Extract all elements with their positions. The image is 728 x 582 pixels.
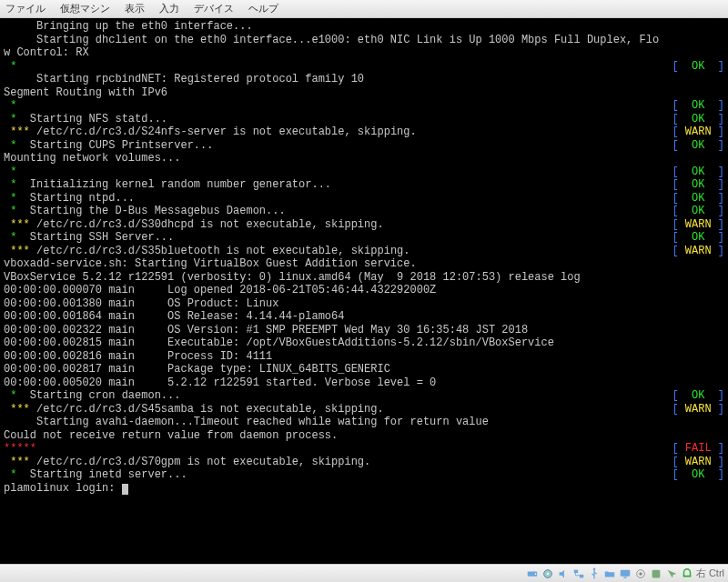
- status-fail: [ FAIL ]: [672, 442, 724, 456]
- console-line: 00:00:00.002815 main Executable: /opt/VB…: [4, 336, 724, 350]
- hdd-icon[interactable]: [526, 567, 539, 580]
- usb-icon[interactable]: [588, 567, 601, 580]
- status-warn: [ WARN ]: [672, 456, 724, 469]
- mouse-integration-icon[interactable]: [665, 567, 678, 580]
- svg-point-6: [593, 567, 595, 569]
- svg-point-1: [534, 573, 536, 575]
- console-line: Starting dhclient on the eth0 interface.…: [4, 34, 724, 47]
- audio-icon[interactable]: [557, 567, 570, 580]
- network-icon[interactable]: [572, 567, 585, 580]
- status-ok: [ OK ]: [672, 60, 724, 74]
- svg-rect-7: [621, 569, 631, 576]
- console-line: Could not receive return value from daem…: [4, 429, 724, 443]
- menu-file[interactable]: ファイル: [5, 2, 46, 15]
- status-ok: [ OK ]: [672, 139, 724, 153]
- menu-devices[interactable]: デバイス: [194, 2, 234, 15]
- status-ok: [ OK ]: [672, 231, 724, 245]
- console-line: *** /etc/rc.d/rc3.d/S35bluetooth is not …: [4, 245, 724, 258]
- console-line: *****[ FAIL ]: [4, 442, 724, 456]
- svg-point-10: [639, 572, 642, 576]
- svg-point-3: [547, 572, 549, 574]
- console-line: 00:00:00.002817 main Package type: LINUX…: [4, 363, 724, 376]
- recording-icon[interactable]: [634, 567, 647, 580]
- status-ok: [ OK ]: [672, 468, 724, 482]
- status-warn: [ WARN ]: [672, 218, 724, 232]
- menu-machine[interactable]: 仮想マシン: [60, 2, 110, 15]
- console-line: * [ OK ]: [4, 166, 724, 179]
- hostkey-led-icon: [681, 567, 693, 580]
- console-line: *** /etc/rc.d/rc3.d/S70gpm is not execut…: [4, 456, 724, 469]
- console-line: *** /etc/rc.d/rc3.d/S45samba is not exec…: [4, 403, 724, 416]
- console-line: * Starting the D-Bus Messagebus Daemon..…: [4, 205, 724, 218]
- console-line: Bringing up the eth0 interface...: [4, 20, 724, 34]
- optical-icon[interactable]: [541, 567, 554, 580]
- status-ok: [ OK ]: [672, 178, 724, 192]
- console-line: * [ OK ]: [4, 60, 724, 74]
- guest-console[interactable]: Bringing up the eth0 interface... Starti…: [0, 18, 728, 495]
- text-cursor: [122, 484, 128, 495]
- console-line: * Starting inetd server...[ OK ]: [4, 468, 724, 482]
- status-warn: [ WARN ]: [672, 403, 724, 416]
- vm-menubar: ファイル 仮想マシン 表示 入力 デバイス ヘルプ: [0, 0, 728, 18]
- menu-input[interactable]: 入力: [159, 2, 179, 15]
- status-ok: [ OK ]: [672, 205, 724, 218]
- console-line: Segment Routing with IPv6: [4, 86, 724, 100]
- shared-folders-icon[interactable]: [603, 567, 616, 580]
- console-line: 00:00:00.000070 main Log opened 2018-06-…: [4, 284, 724, 297]
- hostkey-label: 右 Ctrl: [696, 567, 724, 580]
- console-line: 00:00:00.001864 main OS Release: 4.14.44…: [4, 310, 724, 324]
- console-line: * [ OK ]: [4, 99, 724, 113]
- console-line: plamolinux login:: [4, 482, 724, 496]
- console-line: * Starting NFS statd...[ OK ]: [4, 113, 724, 126]
- console-line: * Initializing kernel random number gene…: [4, 178, 724, 192]
- console-line: *** /etc/rc.d/rc3.d/S24nfs-server is not…: [4, 125, 724, 139]
- console-line: *** /etc/rc.d/rc3.d/S30dhcpd is not exec…: [4, 218, 724, 232]
- svg-rect-4: [574, 569, 578, 573]
- console-line: * Starting ntpd...[ OK ]: [4, 192, 724, 206]
- console-line: 00:00:00.005020 main 5.2.12 r122591 star…: [4, 376, 724, 390]
- menu-view[interactable]: 表示: [125, 2, 145, 15]
- status-ok: [ OK ]: [672, 389, 724, 403]
- console-line: * Starting cron daemon...[ OK ]: [4, 389, 724, 403]
- console-line: vboxadd-service.sh: Starting VirtualBox …: [4, 257, 724, 271]
- console-line: 00:00:00.002322 main OS Version: #1 SMP …: [4, 324, 724, 337]
- status-warn: [ WARN ]: [672, 245, 724, 258]
- menu-help[interactable]: ヘルプ: [248, 2, 278, 15]
- console-line: w Control: RX: [4, 46, 724, 60]
- console-line: 00:00:00.002816 main Process ID: 4111: [4, 350, 724, 364]
- console-line: * Starting CUPS Printserver...[ OK ]: [4, 139, 724, 153]
- status-ok: [ OK ]: [672, 99, 724, 113]
- status-ok: [ OK ]: [672, 166, 724, 179]
- status-warn: [ WARN ]: [672, 125, 724, 139]
- display-icon[interactable]: [619, 567, 632, 580]
- console-line: Mounting network volumes...: [4, 152, 724, 166]
- status-ok: [ OK ]: [672, 113, 724, 126]
- console-line: Starting rpcbindNET: Registered protocol…: [4, 73, 724, 86]
- svg-rect-11: [652, 569, 660, 577]
- svg-rect-8: [623, 577, 627, 577]
- console-line: Starting avahi-daemon...Timeout reached …: [4, 416, 724, 429]
- status-ok: [ OK ]: [672, 192, 724, 206]
- console-line: VBoxService 5.2.12 r122591 (verbosity: 0…: [4, 271, 724, 285]
- vm-statusbar: 右 Ctrl: [0, 564, 728, 582]
- console-line: * Starting SSH Server...[ OK ]: [4, 231, 724, 245]
- guest-additions-icon[interactable]: [650, 567, 662, 580]
- console-line: 00:00:00.001380 main OS Product: Linux: [4, 297, 724, 311]
